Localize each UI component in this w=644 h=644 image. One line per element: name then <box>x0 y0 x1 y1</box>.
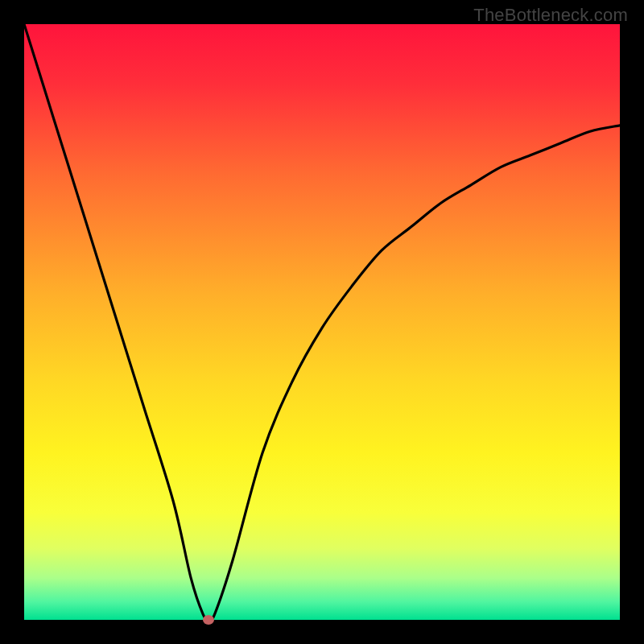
bottleneck-curve <box>24 24 620 620</box>
chart-outer-frame: TheBottleneck.com <box>0 0 644 644</box>
watermark-text: TheBottleneck.com <box>473 5 628 26</box>
plot-area <box>24 24 620 620</box>
optimal-point-marker <box>203 615 214 625</box>
